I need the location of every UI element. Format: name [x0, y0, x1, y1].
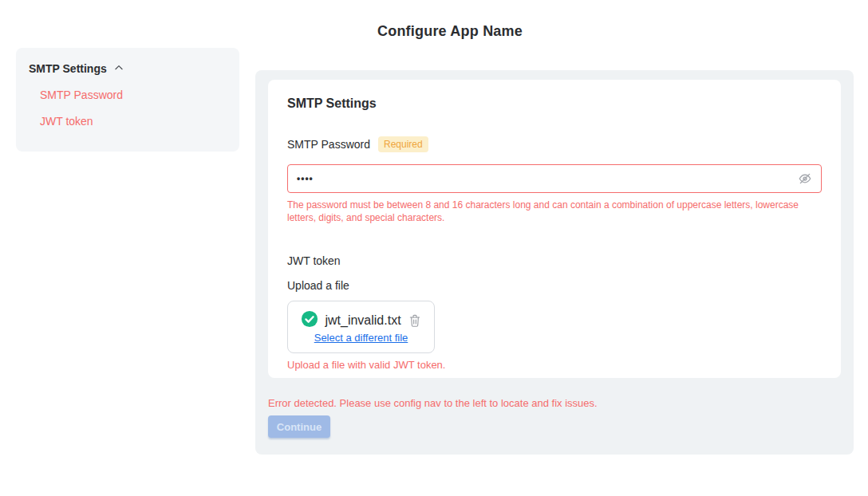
sidebar-item-smtp-password[interactable]: SMTP Password: [40, 87, 227, 103]
page-title: Configure App Name: [32, 23, 868, 40]
continue-button[interactable]: Continue: [268, 415, 330, 438]
smtp-password-error: The password must be between 8 and 16 ch…: [287, 199, 820, 224]
delete-file-icon[interactable]: [408, 313, 421, 328]
smtp-password-input[interactable]: ••••: [287, 164, 822, 193]
sidebar-item-jwt-token[interactable]: JWT token: [40, 113, 227, 129]
config-nav-sidebar: SMTP Settings SMTP Password JWT token: [16, 48, 239, 152]
chevron-up-icon: [113, 61, 124, 76]
config-panel: SMTP Settings SMTP Password Required •••…: [255, 70, 854, 455]
smtp-settings-card: SMTP Settings SMTP Password Required •••…: [268, 80, 841, 378]
card-title: SMTP Settings: [287, 96, 822, 112]
sidebar-group-smtp-settings[interactable]: SMTP Settings: [29, 61, 227, 77]
uploaded-file-name: jwt_invalid.txt: [325, 313, 400, 328]
form-error-message: Error detected. Please use config nav to…: [268, 397, 598, 409]
jwt-token-error: Upload a file with valid JWT token.: [287, 359, 822, 371]
smtp-password-label: SMTP Password: [287, 138, 370, 151]
file-upload-box: jwt_invalid.txt Select a different file: [287, 301, 435, 353]
upload-file-label: Upload a file: [287, 279, 822, 293]
required-badge: Required: [378, 136, 428, 152]
jwt-token-label: JWT token: [287, 254, 822, 269]
select-different-file-link[interactable]: Select a different file: [314, 332, 408, 344]
toggle-password-visibility-icon[interactable]: [798, 171, 812, 186]
password-masked-value: ••••: [297, 173, 314, 184]
file-valid-check-icon: [301, 310, 318, 331]
sidebar-group-label: SMTP Settings: [29, 62, 107, 75]
